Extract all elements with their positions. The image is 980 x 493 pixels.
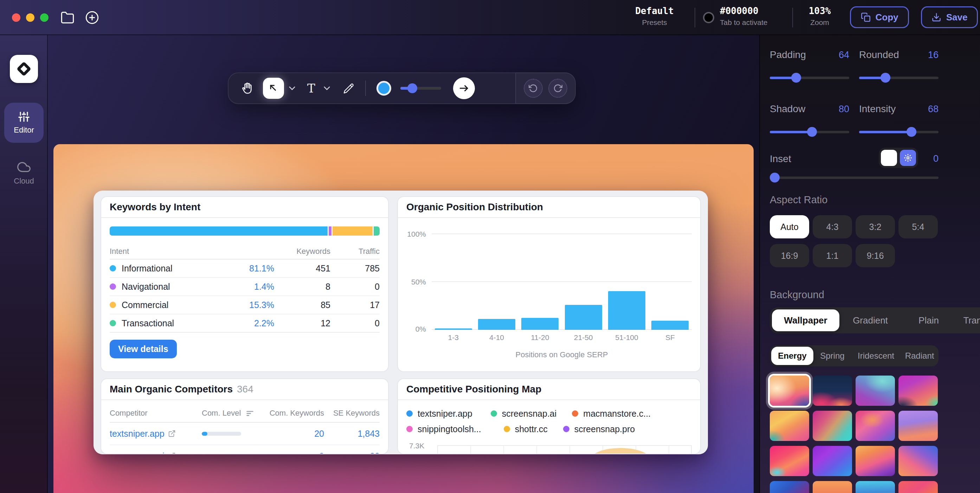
inset-plain-option[interactable] xyxy=(881,150,897,166)
color-control[interactable]: #000000 Tab to activate xyxy=(720,6,780,27)
tab-energy[interactable]: Energy xyxy=(771,347,813,365)
wallpaper-thumb-0[interactable] xyxy=(770,375,809,406)
wallpaper-thumb-6[interactable] xyxy=(856,411,895,441)
com-keywords-link[interactable]: 9 xyxy=(265,451,324,455)
zoom-value: 103% xyxy=(802,6,838,16)
external-link-icon[interactable] xyxy=(168,430,176,437)
wallpaper-thumb-12[interactable] xyxy=(770,481,809,493)
redo-button[interactable] xyxy=(548,79,567,98)
tab-plain[interactable]: Plain xyxy=(901,315,956,326)
wallpaper-category-tabs: Energy Spring Iridescent Radiant xyxy=(770,345,939,366)
sidebar-item-editor[interactable]: Editor xyxy=(4,103,44,143)
background-type-tabs: Wallpaper Gradient Plain Transparent xyxy=(770,307,980,333)
aspect-4-3-button[interactable]: 4:3 xyxy=(813,215,852,238)
stroke-width-slider[interactable] xyxy=(400,87,441,90)
intent-percent-link[interactable]: 1.4% xyxy=(207,282,274,292)
copy-icon xyxy=(861,12,871,22)
se-keywords-link[interactable]: 1,843 xyxy=(324,429,380,439)
aspect-auto-button[interactable]: Auto xyxy=(770,215,809,238)
save-button[interactable]: Save xyxy=(921,6,978,28)
tab-transparent[interactable]: Transparent xyxy=(956,315,980,326)
draw-tool-button[interactable] xyxy=(342,82,355,94)
copy-button[interactable]: Copy xyxy=(850,6,909,28)
intent-percent-link[interactable]: 81.1% xyxy=(207,263,274,274)
wallpaper-thumb-10[interactable] xyxy=(856,446,895,476)
legend-item[interactable]: snippingtoolsh... xyxy=(406,424,481,434)
tab-iridescent[interactable]: Iridescent xyxy=(851,351,900,361)
select-tool-dropdown[interactable] xyxy=(289,86,295,90)
shadow-slider[interactable] xyxy=(770,131,849,133)
select-tool-button[interactable] xyxy=(263,78,284,99)
view-details-button[interactable]: View details xyxy=(110,340,177,358)
new-document-icon[interactable] xyxy=(85,11,99,27)
inset-mode-toggle[interactable] xyxy=(879,148,918,168)
screenshot-preview[interactable]: Keywords by Intent Intent Keywords Traff… xyxy=(94,191,708,454)
table-row: textsniper.app 20 1,843 xyxy=(110,423,380,445)
zoom-control[interactable]: 103% Zoom xyxy=(802,6,838,27)
col-com-level[interactable]: Com. Level xyxy=(202,408,265,418)
canvas: Keywords by Intent Intent Keywords Traff… xyxy=(48,35,759,493)
inset-slider[interactable] xyxy=(770,177,939,179)
padding-slider[interactable] xyxy=(770,77,849,79)
external-link-icon[interactable] xyxy=(168,452,176,454)
close-window-button[interactable] xyxy=(12,13,21,22)
wallpaper-thumb-3[interactable] xyxy=(899,375,938,406)
competitor-link[interactable]: screensnap.ai xyxy=(110,451,164,455)
intent-percent-link[interactable]: 2.2% xyxy=(207,318,274,329)
arrow-tool-button[interactable] xyxy=(453,77,475,99)
se-keywords-link[interactable]: 33 xyxy=(324,451,380,455)
col-intent: Intent xyxy=(110,247,207,256)
wallpaper-thumb-1[interactable] xyxy=(813,375,852,406)
aspect-5-4-button[interactable]: 5:4 xyxy=(899,215,938,238)
zoom-label: Zoom xyxy=(802,18,838,27)
col-keywords: Keywords xyxy=(274,247,331,256)
wallpaper-thumb-13[interactable] xyxy=(813,481,852,493)
presets-control[interactable]: Default Presets xyxy=(629,6,680,27)
wallpaper-thumb-4[interactable] xyxy=(770,411,809,441)
intensity-slider[interactable] xyxy=(859,131,939,133)
divider xyxy=(792,8,793,27)
text-tool-button[interactable]: T xyxy=(307,82,315,94)
col-competitor: Competitor xyxy=(110,408,202,418)
legend-item[interactable]: textsniper.app xyxy=(406,408,473,419)
aspect-9-16-button[interactable]: 9:16 xyxy=(856,244,895,267)
intent-dot xyxy=(110,320,116,326)
wallpaper-thumb-9[interactable] xyxy=(813,446,852,476)
wallpaper-thumb-5[interactable] xyxy=(813,411,852,441)
tab-radiant[interactable]: Radiant xyxy=(900,351,939,361)
undo-button[interactable] xyxy=(524,79,543,98)
stroke-color-swatch[interactable] xyxy=(377,81,391,96)
legend-item[interactable]: macmanstore.c... xyxy=(572,408,651,419)
intent-percent-link[interactable]: 15.3% xyxy=(207,300,274,310)
minimize-window-button[interactable] xyxy=(26,13,35,22)
tab-wallpaper[interactable]: Wallpaper xyxy=(772,310,839,331)
wallpaper-thumb-8[interactable] xyxy=(770,446,809,476)
com-keywords-link[interactable]: 20 xyxy=(265,429,324,439)
distribution-bar xyxy=(521,318,558,330)
inset-glow-option[interactable] xyxy=(900,150,916,166)
wallpaper-thumb-15[interactable] xyxy=(899,481,938,493)
positioning-chart: 7.3K xyxy=(406,445,692,454)
text-tool-dropdown[interactable] xyxy=(324,86,330,90)
pan-tool-button[interactable] xyxy=(240,81,254,95)
legend-item[interactable]: shottr.cc xyxy=(504,424,548,434)
wallpaper-thumb-7[interactable] xyxy=(899,411,938,441)
shadow-label: Shadow xyxy=(770,104,805,115)
aspect-3-2-button[interactable]: 3:2 xyxy=(856,215,895,238)
rounded-slider[interactable] xyxy=(859,77,939,79)
rounded-control: Rounded16 xyxy=(859,49,939,61)
aspect-16-9-button[interactable]: 16:9 xyxy=(770,244,809,267)
sidebar-item-cloud[interactable]: Cloud xyxy=(4,155,44,191)
legend-item[interactable]: screensnap.ai xyxy=(491,408,557,419)
wallpaper-thumb-14[interactable] xyxy=(856,481,895,493)
aspect-1-1-button[interactable]: 1:1 xyxy=(813,244,852,267)
tab-spring[interactable]: Spring xyxy=(813,351,851,361)
zoom-window-button[interactable] xyxy=(40,13,49,22)
wallpaper-thumb-11[interactable] xyxy=(899,446,938,476)
competitor-link[interactable]: textsniper.app xyxy=(110,429,164,439)
wallpaper-thumb-2[interactable] xyxy=(856,375,895,406)
color-picker-swatch[interactable] xyxy=(703,12,714,23)
open-folder-icon[interactable] xyxy=(60,11,75,27)
tab-gradient[interactable]: Gradient xyxy=(839,315,901,326)
legend-item[interactable]: screensnap.pro xyxy=(563,424,635,434)
